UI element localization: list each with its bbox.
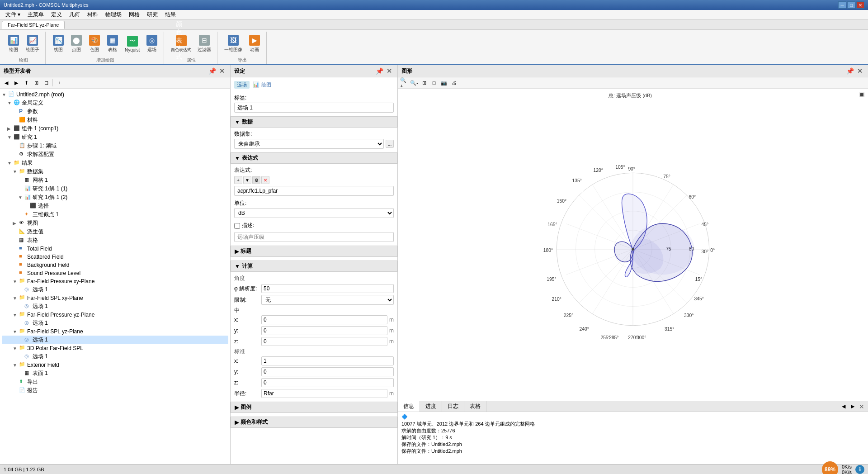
- tree-item-ff-pressure-xy[interactable]: ▼ 📁 Far-Field Pressure xy-Plane: [2, 277, 228, 285]
- ribbon-btn-line[interactable]: 📉 线图: [50, 33, 66, 54]
- expr-action-btn[interactable]: ⚙: [252, 176, 260, 184]
- add-node[interactable]: +: [55, 78, 64, 87]
- tree-item-table[interactable]: ▦ 表格: [2, 236, 228, 245]
- menu-file[interactable]: 文件 ▾: [2, 10, 24, 19]
- dataset-browse-btn[interactable]: ...: [386, 140, 394, 148]
- close-button[interactable]: ✕: [856, 1, 864, 9]
- tree-item-ff-spl-xy-fj1[interactable]: ◎ 远场 1: [2, 302, 228, 311]
- tree-item-polar-3d-fj1[interactable]: ◎ 远场 1: [2, 352, 228, 361]
- expr-delete-btn[interactable]: ✕: [261, 176, 269, 184]
- info-tab-table[interactable]: 表格: [464, 401, 486, 412]
- ribbon-btn-plot[interactable]: 📊 绘图: [5, 33, 22, 54]
- tree-item-sol1-2[interactable]: ▼ 📊 研究 1/解 1 (2): [2, 193, 228, 202]
- zoom-in-btn[interactable]: 🔍+: [400, 78, 409, 87]
- center-x-input[interactable]: [261, 315, 387, 324]
- fit-view-btn[interactable]: ⊞: [420, 78, 429, 87]
- info-tab-progress[interactable]: 进度: [420, 401, 442, 412]
- center-y-input[interactable]: [261, 326, 387, 335]
- menu-physics[interactable]: 物理场: [102, 10, 125, 19]
- tree-item-global-def[interactable]: ▼ 🌐 全局定义: [2, 99, 228, 107]
- nav-up[interactable]: ⬆: [22, 78, 31, 87]
- left-panel-pin[interactable]: 📌: [208, 66, 217, 76]
- middle-panel-pin[interactable]: 📌: [375, 66, 384, 76]
- tree-item-spl[interactable]: ■ Sound Pressure Level: [2, 269, 228, 277]
- tree-item-ff-spl-xy[interactable]: ▼ 📁 Far-Field SPL xy-Plane: [2, 294, 228, 302]
- info-tab-info[interactable]: 信息: [398, 401, 420, 412]
- polar-chart-container[interactable]: 90° 75° 60° 45° 30° 15° 0° 345° 330° 315…: [401, 101, 864, 397]
- nav-back[interactable]: ◀: [2, 78, 11, 87]
- nav-forward[interactable]: ▶: [12, 78, 21, 87]
- limit-select[interactable]: 无: [261, 295, 394, 305]
- tree-item-scattered-field[interactable]: ■ Scattered Field: [2, 253, 228, 261]
- ribbon-btn-nyquist[interactable]: 〜 Nyquist: [123, 34, 142, 54]
- description-checkbox[interactable]: [234, 223, 240, 229]
- tree-item-total-field[interactable]: ■ Total Field: [2, 245, 228, 253]
- left-panel-close[interactable]: ✕: [217, 66, 226, 76]
- settings-section-title[interactable]: ▶ 标题: [231, 246, 397, 257]
- tree-item-report[interactable]: 📄 报告: [2, 386, 228, 395]
- tree-item-ff-pressure-xy-fj1[interactable]: ◎ 远场 1: [2, 285, 228, 294]
- normal-y-input[interactable]: [261, 367, 394, 376]
- tree-item-results[interactable]: ▼ 📁 结果: [2, 159, 228, 167]
- tree-item-comp1[interactable]: ▶ ⬛ 组件 1 (comp1): [2, 124, 228, 133]
- ribbon-btn-farfield[interactable]: ◎ 远场: [144, 33, 160, 54]
- normal-z-input[interactable]: [261, 378, 394, 387]
- tree-item-ff-pressure-yz[interactable]: ▼ 📁 Far-Field Pressure yz-Plane: [2, 311, 228, 319]
- tree-item-sol1-1[interactable]: 📊 研究 1/解 1 (1): [2, 185, 228, 193]
- radius-input[interactable]: [261, 389, 387, 398]
- menu-materials[interactable]: 材料: [84, 10, 102, 19]
- settings-section-color[interactable]: ▶ 颜色和样式: [231, 417, 397, 428]
- middle-panel-close[interactable]: ✕: [385, 66, 394, 76]
- tree-item-exterior[interactable]: ▼ 📁 Exterior Field: [2, 361, 228, 369]
- tree-item-polar-3d[interactable]: ▼ 📁 3D Polar Far-Field SPL: [2, 344, 228, 352]
- dataset-select[interactable]: 来自继承: [234, 139, 384, 149]
- tree-item-derived[interactable]: 📐 派生值: [2, 228, 228, 236]
- settings-section-data[interactable]: ▼ 数据: [231, 116, 397, 128]
- menu-results[interactable]: 结果: [161, 10, 179, 19]
- minimize-button[interactable]: ─: [838, 1, 846, 9]
- tree-item-exterior-table[interactable]: ▦ 表面 1: [2, 369, 228, 378]
- settings-section-legend[interactable]: ▶ 图例: [231, 402, 397, 413]
- label-field-input[interactable]: [234, 103, 394, 113]
- info-panel-right[interactable]: ▶: [848, 402, 857, 411]
- settings-section-expression[interactable]: ▼ 表达式: [231, 152, 397, 164]
- print-btn[interactable]: 🖨: [449, 78, 458, 87]
- ribbon-btn-image[interactable]: 🖼 一维图像: [222, 33, 245, 54]
- ribbon-btn-point[interactable]: ⬤ 点图: [68, 33, 85, 54]
- tree-item-mesh1[interactable]: ▦ 网格 1: [2, 176, 228, 185]
- right-panel-close[interactable]: ✕: [855, 66, 864, 76]
- tree-item-export[interactable]: ⬆ 导出: [2, 378, 228, 386]
- tab-far-field-spl[interactable]: Far-Field SPL yz-Plane: [2, 21, 65, 29]
- info-tab-log[interactable]: 日志: [442, 401, 464, 412]
- expr-add-btn[interactable]: +: [234, 176, 242, 184]
- collapse-all[interactable]: ⊟: [42, 78, 51, 87]
- tree-item-root[interactable]: ▼ 📄 Untitled2.mph (root): [2, 90, 228, 99]
- unit-select[interactable]: dB Pa: [234, 208, 394, 218]
- menu-geometry[interactable]: 几何: [66, 10, 84, 19]
- toggle-view-btn[interactable]: □: [429, 78, 439, 87]
- tree-item-step1[interactable]: 📋 步骤 1: 频域: [2, 142, 228, 150]
- screenshot-btn[interactable]: 📷: [439, 78, 448, 87]
- ribbon-btn-animation[interactable]: ▶ 动画: [246, 33, 263, 54]
- expression-input[interactable]: [234, 186, 394, 196]
- tree-item-views[interactable]: ▶ 👁 视图: [2, 219, 228, 228]
- zoom-out-btn[interactable]: 🔍-: [410, 78, 419, 87]
- right-panel-pin[interactable]: 📌: [845, 66, 854, 76]
- tree-item-cutpoint3d[interactable]: ✦ 三维截点 1: [2, 210, 228, 219]
- info-circle-btn[interactable]: ℹ: [855, 465, 864, 474]
- tree-item-ff-spl-yz-fj1[interactable]: ◎ 远场 1: [2, 336, 228, 344]
- ribbon-btn-color[interactable]: 🎨 色图: [86, 33, 103, 54]
- tree-item-materials[interactable]: 🟧 材料: [2, 116, 228, 124]
- settings-section-calculation[interactable]: ▼ 计算: [231, 261, 397, 272]
- tree-item-solver-cfg[interactable]: ⚙ 求解器配置: [2, 150, 228, 159]
- ribbon-btn-subplot[interactable]: 📈 绘图子: [24, 33, 42, 54]
- tree-item-selection[interactable]: ⬛ 选择: [2, 202, 228, 210]
- expr-down-btn[interactable]: ▼: [243, 176, 251, 184]
- tree-item-datasets[interactable]: ▼ 📁 数据集: [2, 167, 228, 176]
- normal-x-input[interactable]: [261, 356, 394, 365]
- expand-all[interactable]: ⊞: [32, 78, 41, 87]
- menu-study[interactable]: 研究: [143, 10, 161, 19]
- info-panel-close[interactable]: ✕: [857, 402, 866, 411]
- description-input[interactable]: [234, 232, 394, 242]
- phi-input[interactable]: [261, 284, 394, 293]
